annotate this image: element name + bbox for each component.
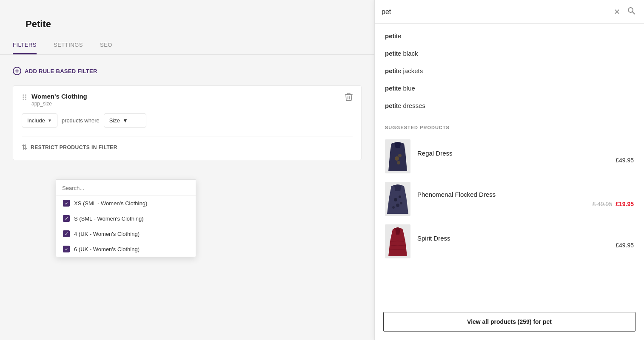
suggestion-rest: ite jackets xyxy=(395,67,423,74)
add-rule-button[interactable]: + ADD RULE BASED FILTER xyxy=(13,65,97,77)
page-title: Petite xyxy=(13,19,362,30)
product-price-row-flocked: £ 49.95 £19.95 xyxy=(592,201,634,207)
item-label-xs: XS (SML - Women's Clothing) xyxy=(74,200,147,207)
product-info-flocked: Phenomenal Flocked Dress £ 49.95 £19.95 xyxy=(417,191,634,207)
tabs-bar: FILTERS SETTINGS SEO xyxy=(0,37,374,55)
item-label-4uk: 4 (UK - Women's Clothing) xyxy=(74,231,140,237)
suggestion-petite[interactable]: petite xyxy=(375,27,644,45)
suggested-products-section: SUGGESTED PRODUCTS Regal Dress £49. xyxy=(375,118,644,305)
suggestions-list: petite petite black petite jackets petit… xyxy=(375,24,644,118)
svg-point-10 xyxy=(392,206,395,209)
filter-card: ⠿ Women's Clothing app_size Include ▼ xyxy=(13,85,362,160)
product-item-regal[interactable]: Regal Dress £49.95 xyxy=(375,135,644,178)
product-name-spirit: Spirit Dress xyxy=(417,235,634,242)
search-button[interactable] xyxy=(625,5,637,19)
product-original-price-flocked: £ 49.95 xyxy=(592,201,612,207)
size-label: Size xyxy=(109,117,120,124)
suggestion-highlight: pet xyxy=(385,102,395,109)
list-item[interactable]: ✓ S (SML - Women's Clothing) xyxy=(56,211,196,226)
suggestion-rest: ite dresses xyxy=(395,102,426,109)
checkbox-xs[interactable]: ✓ xyxy=(63,200,70,207)
product-price-regal: £49.95 xyxy=(417,157,634,164)
include-dropdown[interactable]: Include ▼ xyxy=(22,113,57,128)
svg-point-6 xyxy=(394,198,397,201)
tab-filters[interactable]: FILTERS xyxy=(13,37,37,54)
checkbox-4uk[interactable]: ✓ xyxy=(63,230,70,237)
suggestion-highlight: pet xyxy=(385,32,395,40)
size-dropdown[interactable]: Size ▼ xyxy=(104,113,146,128)
suggestion-highlight: pet xyxy=(385,50,395,57)
filter-card-titles: Women's Clothing app_size xyxy=(31,93,87,107)
search-input[interactable] xyxy=(382,8,609,16)
add-icon: + xyxy=(13,67,21,75)
product-name-regal: Regal Dress xyxy=(417,150,634,157)
checkbox-6uk[interactable]: ✓ xyxy=(63,246,70,252)
product-name-flocked: Phenomenal Flocked Dress xyxy=(417,191,634,198)
suggestion-rest: ite blue xyxy=(395,85,415,92)
svg-point-4 xyxy=(397,161,400,164)
include-label: Include xyxy=(27,117,45,124)
svg-point-8 xyxy=(396,204,399,207)
suggestion-highlight: pet xyxy=(385,67,395,74)
product-sale-price-flocked: £19.95 xyxy=(616,201,634,207)
tab-seo[interactable]: SEO xyxy=(100,37,112,54)
suggestion-petite-jackets[interactable]: petite jackets xyxy=(375,62,644,79)
filter-row: Include ▼ products where Size ▼ xyxy=(22,113,353,128)
suggestion-rest: ite black xyxy=(395,50,418,57)
left-panel: Petite FILTERS SETTINGS SEO + ADD RULE B… xyxy=(0,0,374,340)
chevron-down-icon: ▼ xyxy=(48,118,52,123)
list-item[interactable]: ✓ 6 (UK - Women's Clothing) xyxy=(56,241,196,257)
restrict-row: ⇅ RESTRICT PRODUCTS IN FILTER xyxy=(22,136,353,151)
suggestion-petite-black[interactable]: petite black xyxy=(375,45,644,62)
product-info-regal: Regal Dress £49.95 xyxy=(417,150,634,164)
item-label-6uk: 6 (UK - Women's Clothing) xyxy=(74,246,140,252)
restrict-icon: ⇅ xyxy=(22,143,27,151)
svg-point-9 xyxy=(400,202,402,204)
suggested-products-label: SUGGESTED PRODUCTS xyxy=(375,125,644,130)
product-thumbnail-regal xyxy=(385,139,410,173)
svg-point-0 xyxy=(628,8,633,12)
product-thumbnail-flocked xyxy=(385,182,410,216)
right-panel: ✕ petite petite black petite jackets pet… xyxy=(374,0,644,340)
search-header: ✕ xyxy=(375,0,644,24)
product-price-value-spirit: £49.95 xyxy=(616,242,634,249)
list-item[interactable]: ✓ XS (SML - Women's Clothing) xyxy=(56,196,196,211)
delete-filter-button[interactable] xyxy=(345,93,353,103)
filter-card-subtitle: app_size xyxy=(31,101,87,107)
product-prices-flocked: £ 49.95 £19.95 xyxy=(417,198,634,207)
restrict-label: RESTRICT PRODUCTS IN FILTER xyxy=(31,144,117,150)
checkbox-s[interactable]: ✓ xyxy=(63,215,70,222)
clear-search-button[interactable]: ✕ xyxy=(612,6,622,18)
products-where-label: products where xyxy=(62,117,100,124)
suggestion-petite-dresses[interactable]: petite dresses xyxy=(375,97,644,114)
suggestion-rest: ite xyxy=(395,32,402,40)
svg-point-2 xyxy=(395,156,399,161)
add-rule-label: ADD RULE BASED FILTER xyxy=(25,68,97,74)
suggestion-highlight: pet xyxy=(385,85,395,92)
suggestion-petite-blue[interactable]: petite blue xyxy=(375,79,644,97)
filter-card-title: Women's Clothing xyxy=(31,93,87,100)
drag-handle-icon[interactable]: ⠿ xyxy=(22,93,27,103)
item-label-s: S (SML - Women's Clothing) xyxy=(74,215,144,222)
product-price-value-regal: £49.95 xyxy=(616,157,634,164)
view-all-button[interactable]: View all products (259) for pet xyxy=(383,312,635,332)
product-info-spirit: Spirit Dress £49.95 xyxy=(417,235,634,249)
filter-card-header: ⠿ Women's Clothing app_size xyxy=(22,93,353,107)
size-dropdown-popup: ✓ XS (SML - Women's Clothing) ✓ S (SML -… xyxy=(56,179,196,257)
product-thumbnail-spirit xyxy=(385,224,410,258)
content-area: + ADD RULE BASED FILTER ⠿ Women's Clothi… xyxy=(0,55,374,170)
dropdown-search-input[interactable] xyxy=(62,185,190,191)
product-item-spirit[interactable]: Spirit Dress £49.95 xyxy=(375,220,644,263)
tab-settings[interactable]: SETTINGS xyxy=(54,37,83,54)
svg-point-7 xyxy=(399,196,401,198)
svg-point-3 xyxy=(398,154,402,157)
size-chevron-icon: ▼ xyxy=(123,117,128,124)
dropdown-scroll[interactable]: ✓ XS (SML - Women's Clothing) ✓ S (SML -… xyxy=(56,196,196,257)
list-item[interactable]: ✓ 4 (UK - Women's Clothing) xyxy=(56,226,196,241)
filter-card-title-group: ⠿ Women's Clothing app_size xyxy=(22,93,87,107)
product-price-spirit: £49.95 xyxy=(417,242,634,249)
product-item-flocked[interactable]: Phenomenal Flocked Dress £ 49.95 £19.95 xyxy=(375,178,644,220)
dropdown-search-container xyxy=(56,180,196,196)
